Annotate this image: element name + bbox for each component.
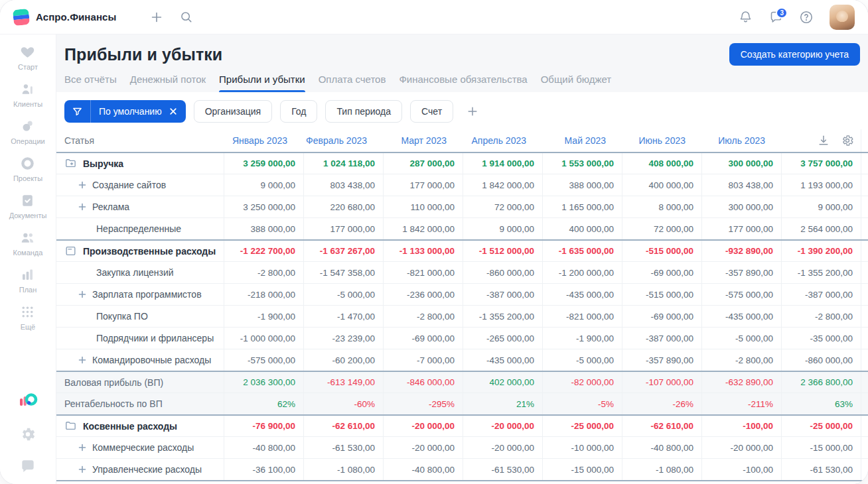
month-column-header: Апрель 2023 — [463, 129, 542, 152]
app-window: Аспро.Финансы 3 Старт Клие — [0, 0, 868, 484]
article-column-header: Статья — [56, 129, 224, 152]
sidebar-item-label: Клиенты — [13, 100, 42, 108]
remove-filter-icon[interactable] — [167, 107, 186, 116]
table-cell: -20 000,00 — [383, 416, 463, 436]
row-tail — [861, 241, 868, 261]
table-cell: -20 000,00 — [463, 416, 542, 436]
row-label-cell[interactable]: Нераспределенные — [56, 218, 224, 239]
create-category-button[interactable]: Создать категорию учета — [729, 43, 860, 66]
table-cell: -5% — [542, 393, 622, 414]
sidebar-item-label: Команда — [13, 249, 43, 257]
sidebar-item-projects[interactable]: Проекты — [9, 155, 47, 182]
add-filter-button[interactable] — [461, 100, 484, 123]
expand-plus-icon[interactable] — [78, 290, 86, 298]
table-cell: -265 000,00 — [463, 328, 542, 349]
filter-chip[interactable]: Тип периода — [325, 100, 402, 123]
row-label-cell[interactable]: Управленческие расходы — [56, 459, 224, 480]
feedback-chat-icon[interactable] — [19, 457, 36, 475]
row-label-cell[interactable]: Покупка ПО — [56, 306, 224, 327]
table-cell: -40 800,00 — [383, 459, 463, 480]
heart-icon — [19, 44, 36, 60]
funnel-icon — [64, 100, 91, 123]
sidebar-item-documents[interactable]: Документы — [9, 192, 47, 219]
tab-all-reports[interactable]: Все отчёты — [64, 74, 117, 92]
tab-general-budget[interactable]: Общий бюджет — [541, 74, 612, 92]
download-icon[interactable] — [817, 134, 830, 147]
filter-bar: По умолчанию ОрганизацияГодТип периодаСч… — [56, 92, 868, 129]
expand-plus-icon[interactable] — [78, 181, 86, 189]
table-cell: 803 438,00 — [303, 174, 383, 196]
table-cell: 300 000,00 — [701, 196, 781, 217]
help-icon[interactable] — [795, 6, 818, 29]
table-cell: 9 000,00 — [463, 218, 542, 239]
expand-plus-icon[interactable] — [78, 444, 86, 452]
expand-plus-icon[interactable] — [78, 203, 86, 211]
table-cell: 408 000,00 — [622, 153, 701, 174]
row-label: Нераспределенные — [96, 223, 181, 234]
row-label-cell[interactable]: Подрядчики и фрилансеры — [56, 328, 224, 349]
default-filter-chip[interactable]: По умолчанию — [64, 100, 186, 123]
search-icon[interactable] — [175, 6, 197, 29]
table-cell: -100,00 — [701, 416, 781, 436]
table-cell: -5 000,00 — [303, 284, 383, 305]
header-tail — [861, 129, 868, 152]
chat-icon[interactable]: 3 — [764, 6, 787, 29]
sidebar-item-team[interactable]: Команда — [9, 229, 47, 257]
row-label-cell[interactable]: Косвенные расходы — [56, 416, 224, 436]
table-cell: 3 250 000,00 — [224, 196, 303, 217]
aspro-logo-icon[interactable] — [17, 390, 38, 411]
row-label-cell[interactable]: Создание сайтов — [56, 174, 224, 196]
table-tools — [781, 129, 861, 152]
table-cell: 1 553 000,00 — [542, 153, 622, 174]
table-bottom-border — [56, 480, 868, 481]
table-cell: -69 000,00 — [622, 262, 701, 283]
sidebar-item-more[interactable]: Ещё — [9, 304, 47, 331]
row-label-cell[interactable]: Зарплата программистов — [56, 284, 224, 305]
month-column-header: Март 2023 — [383, 129, 463, 152]
row-label: Валовая прибыль (ВП) — [64, 377, 163, 388]
row-label-cell[interactable]: Выручка — [56, 153, 224, 174]
notifications-bell-icon[interactable] — [734, 6, 757, 29]
table-cell: -1 635 000,00 — [542, 241, 622, 261]
row-label: Подрядчики и фрилансеры — [96, 333, 214, 343]
filter-chip[interactable]: Организация — [194, 100, 272, 123]
expand-plus-icon[interactable] — [78, 465, 86, 473]
expand-plus-icon[interactable] — [78, 356, 86, 364]
row-label-cell: Валовая прибыль (ВП) — [56, 372, 224, 393]
tab-cash-flow[interactable]: Денежный поток — [130, 74, 206, 92]
table-cell: -1 355 200,00 — [463, 306, 542, 327]
sidebar-item-operations[interactable]: Операции — [9, 118, 47, 145]
table-cell: -357 890,00 — [622, 349, 701, 371]
sidebar-item-clients[interactable]: Клиенты — [9, 81, 47, 108]
sidebar-item-plan[interactable]: План — [9, 267, 47, 294]
sidebar: Старт Клиенты Операции Проекты Документы… — [0, 34, 56, 484]
row-label-cell[interactable]: Реклама — [56, 196, 224, 217]
user-avatar[interactable] — [830, 5, 855, 30]
create-plus-icon[interactable] — [145, 6, 168, 29]
tab-profit-loss[interactable]: Прибыли и убытки — [219, 74, 305, 92]
tab-financial-obligations[interactable]: Финансовые обязательства — [399, 74, 527, 92]
row-label-cell[interactable]: Производственные расходы — [56, 241, 224, 261]
row-tail — [861, 153, 868, 174]
sidebar-item-start[interactable]: Старт — [9, 44, 47, 71]
settings-gear-icon[interactable] — [19, 426, 36, 443]
filter-chip[interactable]: Год — [280, 100, 317, 123]
table-cell: 402 000,00 — [463, 372, 542, 393]
row-label-cell[interactable]: Коммерческие расходы — [56, 437, 224, 458]
filter-chip[interactable]: Счет — [410, 100, 453, 123]
table-cell: 2 564 000,00 — [781, 218, 861, 239]
table-cell: 177 000,00 — [383, 174, 463, 196]
row-label-cell[interactable]: Командировочные расходы — [56, 349, 224, 371]
table-cell: -1 390 200,00 — [781, 241, 861, 261]
table-cell: -932 890,00 — [701, 241, 781, 261]
table-cell: 9 000,00 — [781, 196, 861, 217]
table-cell: -20 000,00 — [463, 437, 542, 458]
sidebar-items: Старт Клиенты Операции Проекты Документы… — [9, 44, 47, 341]
table-cell: -1 000 000,00 — [224, 328, 303, 349]
table-row: Производственные расходы-1 222 700,00-1 … — [56, 239, 868, 261]
table-settings-gear-icon[interactable] — [841, 134, 854, 147]
main-area: Прибыли и убытки Создать категорию учета… — [56, 34, 868, 484]
row-label-cell[interactable]: Закупка лицензий — [56, 262, 224, 283]
tab-invoice-payment[interactable]: Оплата счетов — [319, 74, 386, 92]
row-label: Реклама — [92, 202, 129, 212]
